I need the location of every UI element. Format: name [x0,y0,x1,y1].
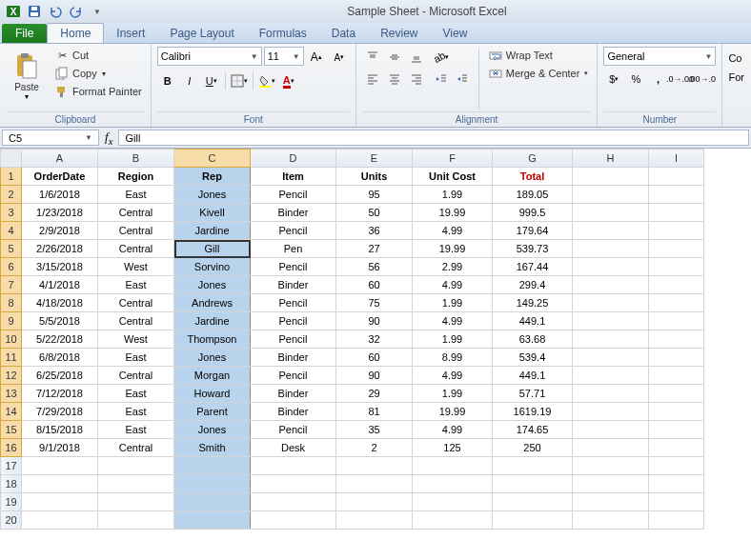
cell[interactable]: Pencil [251,186,336,204]
cell[interactable]: 539.73 [493,240,573,258]
cell[interactable]: 149.25 [493,294,573,312]
redo-icon[interactable] [67,2,86,21]
fx-button[interactable]: fx [105,130,112,147]
tab-data[interactable]: Data [319,24,368,43]
row-header[interactable]: 3 [1,204,22,222]
cell[interactable]: 6/25/2018 [22,367,98,385]
row-header[interactable]: 10 [1,330,22,349]
cell[interactable] [573,294,649,312]
cell[interactable]: 167.44 [493,258,573,276]
cell[interactable]: 57.71 [493,385,573,403]
cell[interactable]: Jones [174,276,251,294]
cell[interactable]: Sorvino [174,258,251,276]
cell[interactable] [251,457,336,475]
cell[interactable]: Andrews [174,294,251,312]
cell[interactable]: 95 [336,186,413,204]
cell[interactable]: East [98,403,174,421]
cell[interactable]: 27 [336,240,413,258]
row-header[interactable]: 14 [1,403,22,421]
cell[interactable]: 19.99 [413,204,493,222]
cell[interactable]: 4/18/2018 [22,294,98,312]
undo-icon[interactable] [46,2,65,21]
cell[interactable] [98,511,174,530]
align-center-button[interactable] [384,69,405,90]
cell[interactable]: 6/8/2018 [22,349,98,367]
spreadsheet[interactable]: ABCDEFGHI1OrderDateRegionRepItemUnitsUni… [0,149,751,560]
tab-formulas[interactable]: Formulas [247,24,319,43]
cell[interactable] [649,186,704,204]
cell[interactable] [649,457,704,475]
cell[interactable]: 189.05 [493,186,573,204]
cell[interactable] [493,457,573,475]
cell[interactable] [649,240,704,258]
cell[interactable]: 35 [336,421,413,439]
cell[interactable]: 5/22/2018 [22,330,98,349]
cell[interactable] [573,330,649,349]
cell[interactable]: Pencil [251,330,336,349]
cell[interactable] [22,511,98,530]
cell[interactable] [336,457,413,475]
cell[interactable]: Jones [174,421,251,439]
cell[interactable] [573,421,649,439]
percent-button[interactable]: % [625,69,646,90]
cell[interactable]: Jardine [174,312,251,330]
select-all-corner[interactable] [1,150,22,168]
cell[interactable] [649,258,704,276]
cell[interactable]: Binder [251,204,336,222]
cell[interactable] [573,204,649,222]
cell[interactable]: 539.4 [493,349,573,367]
cell[interactable]: 449.1 [493,312,573,330]
cell[interactable]: Pen [251,240,336,258]
cell[interactable] [649,222,704,240]
col-header[interactable]: G [493,150,573,168]
cell[interactable]: 9/1/2018 [22,439,98,457]
align-right-button[interactable] [406,69,427,90]
cell[interactable]: 250 [493,439,573,457]
cell[interactable] [573,240,649,258]
cell[interactable]: 1.99 [413,385,493,403]
font-color-button[interactable]: A▾ [278,70,299,91]
col-header[interactable]: A [22,150,98,168]
cell[interactable]: Parent [174,403,251,421]
cell[interactable] [573,349,649,367]
cell[interactable] [336,475,413,493]
align-bottom-button[interactable] [406,47,427,68]
cell[interactable]: Pencil [251,294,336,312]
shrink-font-button[interactable]: A▾ [329,47,350,68]
row-header[interactable]: 17 [1,457,22,475]
cell[interactable]: 3/15/2018 [22,258,98,276]
cell[interactable]: OrderDate [22,168,98,186]
cell[interactable] [649,330,704,349]
fill-color-button[interactable]: ▾ [256,70,277,91]
cell[interactable]: Rep [174,168,251,186]
cell[interactable]: 81 [336,403,413,421]
cell[interactable] [174,493,251,511]
bold-button[interactable]: B [157,70,178,91]
row-header[interactable]: 4 [1,222,22,240]
cell[interactable]: Region [98,168,174,186]
cell[interactable]: Item [251,168,336,186]
cell[interactable]: Pencil [251,258,336,276]
cell[interactable] [649,439,704,457]
grow-font-button[interactable]: A▴ [306,47,327,68]
cell[interactable]: 2/9/2018 [22,222,98,240]
cell[interactable]: East [98,385,174,403]
decrease-indent-button[interactable] [431,69,452,90]
formula-input[interactable] [118,130,749,146]
cell[interactable] [336,493,413,511]
cell[interactable]: 19.99 [413,403,493,421]
cell[interactable]: 75 [336,294,413,312]
cell[interactable]: Pencil [251,222,336,240]
col-header[interactable]: I [649,150,704,168]
row-header[interactable]: 9 [1,312,22,330]
align-left-button[interactable] [362,69,383,90]
cell[interactable] [649,294,704,312]
cell[interactable] [413,511,493,530]
cell[interactable]: 4.99 [413,367,493,385]
cell[interactable]: Pencil [251,421,336,439]
cell[interactable]: Jardine [174,222,251,240]
cell[interactable] [573,457,649,475]
cell[interactable]: Howard [174,385,251,403]
cell[interactable]: 1/6/2018 [22,186,98,204]
cell[interactable]: Binder [251,403,336,421]
